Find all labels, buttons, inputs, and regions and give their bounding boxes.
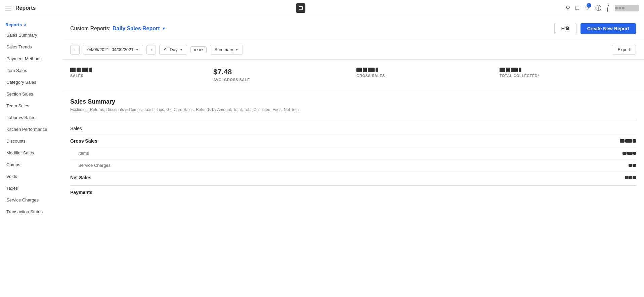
app-title: Reports [15, 5, 36, 11]
report-name-chevron[interactable]: ▼ [162, 26, 166, 31]
sidebar-item-voids[interactable]: Voids [0, 171, 62, 182]
sidebar-item-section-sales[interactable]: Section Sales [0, 88, 62, 100]
sidebar: Reports ∧ Sales SummarySales TrendsPayme… [0, 16, 62, 297]
service-charges-row: Service Charges [70, 159, 636, 172]
top-navigation: Reports ⚲ □ ♡ 1 ⓘ ⎛ [0, 0, 644, 16]
sidebar-reports-header[interactable]: Reports ∧ [0, 19, 62, 29]
sidebar-reports-label: Reports [5, 22, 22, 27]
create-report-button[interactable]: Create New Report [581, 23, 636, 34]
sidebar-item-category-sales[interactable]: Category Sales [0, 76, 62, 88]
stat-value-blurred-0 [70, 68, 200, 72]
report-section: Sales Summary Excluding: Returns, Discou… [62, 90, 644, 207]
stat-label-0: SALES [70, 74, 200, 78]
items-row: Items [70, 147, 636, 159]
date-range-picker[interactable]: 04/05/2021–04/09/2021 ▼ [83, 45, 143, 54]
sidebar-item-kitchen-performance[interactable]: Kitchen Performance [0, 123, 62, 135]
sidebar-item-sales-trends[interactable]: Sales Trends [0, 41, 62, 53]
stat-label-3: TOTAL COLLECTED* [500, 74, 629, 78]
gross-sales-row: Gross Sales [70, 135, 636, 147]
payments-row: Payments [70, 185, 636, 199]
page-header-actions: Edit Create New Report [554, 23, 636, 34]
sidebar-item-comps[interactable]: Comps [0, 159, 62, 171]
net-sales-row: Net Sales [70, 172, 636, 184]
sidebar-item-modifier-sales[interactable]: Modifier Sales [0, 147, 62, 159]
sales-heading-row: Sales [70, 122, 636, 135]
report-subtitle: Excluding: Returns, Discounts & Comps, T… [70, 107, 636, 112]
report-name-link[interactable]: Daily Sales Report [113, 26, 160, 32]
time-filter-arrow: ▼ [179, 48, 183, 51]
net-sales-label: Net Sales [70, 175, 91, 180]
stat-value-blurred-2 [356, 68, 486, 72]
sidebar-item-team-sales[interactable]: Team Sales [0, 100, 62, 112]
date-next-button[interactable]: › [146, 45, 156, 54]
bell-icon[interactable]: ♡ 1 [585, 4, 590, 12]
main-content: Custom Reports: Daily Sales Report ▼ Edi… [62, 16, 644, 297]
summary-filter-arrow: ▼ [235, 48, 239, 51]
sidebar-chevron: ∧ [24, 23, 26, 27]
summary-filter-value: Summary [214, 47, 233, 52]
stats-row: SALES$7.48AVG. GROSS SALEGROSS SALESTOTA… [62, 60, 644, 90]
items-value [622, 152, 636, 155]
location-selector[interactable] [190, 46, 207, 53]
page-header: Custom Reports: Daily Sales Report ▼ Edi… [62, 16, 644, 40]
service-charges-label: Service Charges [78, 163, 111, 168]
sidebar-item-item-sales[interactable]: Item Sales [0, 65, 62, 76]
sales-heading-label: Sales [70, 126, 82, 131]
export-button[interactable]: Export [612, 45, 636, 54]
messages-icon[interactable]: □ [575, 4, 579, 11]
date-range-arrow: ▼ [135, 48, 139, 51]
date-prev-button[interactable]: ‹ [70, 45, 80, 54]
custom-reports-label: Custom Reports: [70, 26, 111, 32]
breadcrumb: Custom Reports: Daily Sales Report ▼ [70, 26, 166, 32]
location-dots [194, 49, 203, 51]
stat-item-0: SALES [70, 68, 207, 82]
sidebar-item-discounts[interactable]: Discounts [0, 135, 62, 147]
sales-data-section: Sales Gross Sales Items [70, 119, 636, 184]
sidebar-item-payment-methods[interactable]: Payment Methods [0, 53, 62, 65]
help-icon[interactable]: ⓘ [595, 4, 601, 12]
sidebar-item-transaction-status[interactable]: Transaction Status [0, 206, 62, 218]
menu-icon[interactable] [5, 6, 11, 10]
stat-label-1: AVG. GROSS SALE [213, 78, 343, 82]
clipboard-icon[interactable]: ⎛ [607, 4, 610, 12]
date-range-value: 04/05/2021–04/09/2021 [87, 47, 133, 52]
stat-value-1: $7.48 [213, 68, 343, 76]
stat-value-blurred-3 [500, 68, 629, 72]
user-avatar[interactable] [615, 5, 639, 11]
main-layout: Reports ∧ Sales SummarySales TrendsPayme… [0, 16, 644, 297]
items-label: Items [78, 151, 89, 156]
search-icon[interactable]: ⚲ [566, 4, 570, 12]
stat-item-1: $7.48AVG. GROSS SALE [207, 68, 350, 82]
gross-sales-label: Gross Sales [70, 138, 97, 144]
notification-badge: 1 [587, 3, 591, 8]
time-filter-dropdown[interactable]: All Day ▼ [159, 45, 187, 54]
report-title: Sales Summary [70, 98, 636, 105]
sidebar-items-container: Sales SummarySales TrendsPayment Methods… [0, 29, 62, 218]
stat-item-2: GROSS SALES [350, 68, 493, 82]
sidebar-item-labor-vs-sales[interactable]: Labor vs Sales [0, 112, 62, 123]
square-logo [296, 3, 305, 13]
sidebar-item-service-charges[interactable]: Service Charges [0, 194, 62, 206]
edit-button[interactable]: Edit [554, 23, 576, 34]
stat-item-3: TOTAL COLLECTED* [493, 68, 636, 82]
sidebar-item-taxes[interactable]: Taxes [0, 182, 62, 194]
time-filter-value: All Day [164, 47, 177, 52]
service-charges-value [629, 164, 636, 167]
payments-label: Payments [70, 190, 92, 195]
filter-bar: ‹ 04/05/2021–04/09/2021 ▼ › All Day ▼ Su… [62, 40, 644, 60]
net-sales-value [625, 176, 636, 179]
stat-label-2: GROSS SALES [356, 74, 486, 78]
gross-sales-value [620, 139, 636, 143]
summary-filter-dropdown[interactable]: Summary ▼ [210, 45, 243, 54]
sidebar-item-sales-summary[interactable]: Sales Summary [0, 29, 62, 41]
